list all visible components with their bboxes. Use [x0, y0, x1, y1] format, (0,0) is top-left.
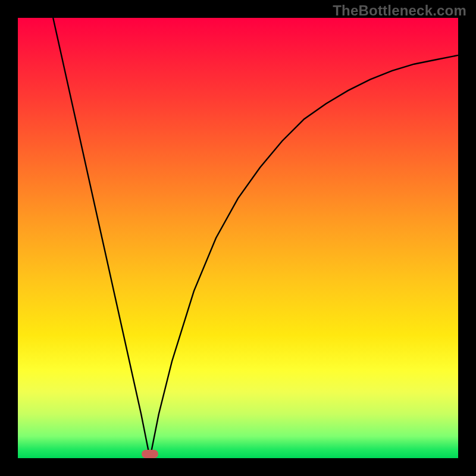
optimal-marker	[142, 450, 158, 458]
figure-frame: TheBottleneck.com	[0, 0, 476, 476]
watermark-text: TheBottleneck.com	[333, 2, 466, 19]
curve-layer	[18, 18, 458, 458]
plot-area	[18, 18, 458, 458]
bottleneck-curve	[53, 18, 458, 458]
